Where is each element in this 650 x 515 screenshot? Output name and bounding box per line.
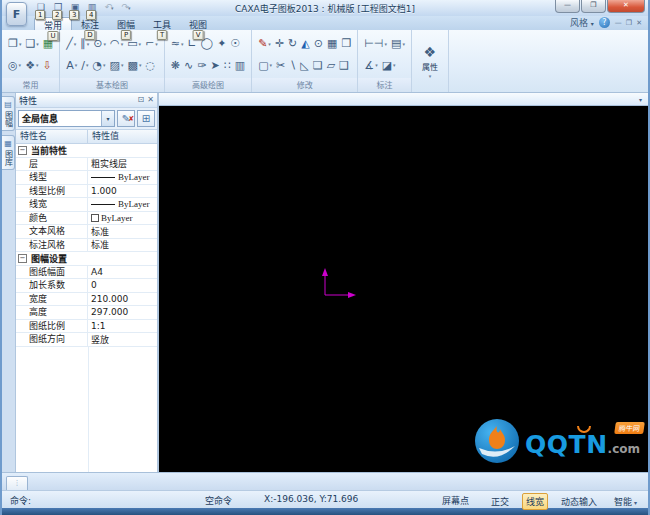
- drawing-canvas[interactable]: QQTN.com 腾牛网: [159, 106, 648, 472]
- property-value[interactable]: 297.000: [88, 307, 157, 317]
- fill-button[interactable]: ▩▾: [126, 56, 144, 74]
- block-button[interactable]: ❑: [337, 56, 351, 74]
- angle-dimension-button[interactable]: ∡▾: [362, 56, 379, 74]
- doc-close-button[interactable]: ✕: [636, 19, 642, 27]
- property-row[interactable]: 图纸比例1:1: [16, 320, 157, 334]
- property-row[interactable]: 文本风格标准: [16, 225, 157, 239]
- minimize-button[interactable]: —: [555, 0, 580, 13]
- tab-视图[interactable]: 视图V: [180, 17, 216, 30]
- command-line-tab[interactable]: ⋮: [6, 476, 28, 491]
- property-value[interactable]: 1:1: [88, 321, 157, 331]
- property-row[interactable]: 颜色ByLayer: [16, 212, 157, 226]
- property-value[interactable]: ByLayer: [88, 213, 157, 223]
- property-value[interactable]: ByLayer: [88, 199, 157, 209]
- property-row[interactable]: 高度297.000: [16, 306, 157, 320]
- style-dropdown[interactable]: 风格 ▾: [570, 16, 594, 29]
- pattern-button[interactable]: ∷: [222, 56, 233, 74]
- revolve-button[interactable]: ◔▾: [90, 56, 107, 74]
- doc-restore-button[interactable]: ❐: [626, 19, 632, 27]
- corner-button[interactable]: ❏: [311, 56, 325, 74]
- panel-autohide-icon[interactable]: ⊡: [138, 95, 145, 105]
- collapse-icon[interactable]: −: [18, 146, 27, 155]
- toggle-正交[interactable]: 正交: [487, 493, 513, 510]
- command-line-area[interactable]: ⋮: [2, 472, 648, 490]
- property-value[interactable]: 0: [88, 280, 157, 290]
- tab-图幅[interactable]: 图幅P: [108, 17, 144, 30]
- property-value[interactable]: 210.000: [88, 294, 157, 304]
- column-header-value[interactable]: 特性值: [88, 130, 157, 143]
- erase-button[interactable]: ✎▾: [256, 35, 273, 53]
- property-row[interactable]: 标注风格标准: [16, 239, 157, 253]
- scope-select[interactable]: 全局信息 ▾: [18, 110, 115, 127]
- stretch-button[interactable]: ▱: [325, 56, 337, 74]
- arrow-button[interactable]: ➤: [209, 56, 222, 74]
- toggle-智能[interactable]: 智能 ▾: [610, 493, 641, 510]
- property-value[interactable]: 1.000: [88, 186, 157, 196]
- property-row[interactable]: 线型ByLayer: [16, 171, 157, 185]
- library-button[interactable]: ❖▾: [23, 56, 40, 74]
- chamfer-button[interactable]: ◺: [298, 56, 310, 74]
- cylinder-button[interactable]: ▥: [233, 56, 247, 74]
- column-header-name[interactable]: 特性名: [16, 130, 88, 143]
- pick-edit-button[interactable]: ✎✘: [117, 110, 135, 127]
- line-button[interactable]: ╱▾: [64, 35, 78, 53]
- array-button[interactable]: ▦: [325, 35, 339, 53]
- point-button[interactable]: ☉: [228, 35, 242, 53]
- move-button[interactable]: ✛: [273, 35, 286, 53]
- property-value[interactable]: 标准: [88, 238, 157, 251]
- document-list-dropdown-icon[interactable]: ▾: [639, 96, 642, 103]
- property-value[interactable]: 竖放: [88, 333, 157, 346]
- property-row[interactable]: 线型比例1.000: [16, 185, 157, 199]
- center-line-button[interactable]: ∕▾: [79, 56, 90, 74]
- property-row[interactable]: 加长系数0: [16, 279, 157, 293]
- toggle-动态输入[interactable]: 动态输入: [557, 493, 601, 510]
- zoom-button[interactable]: ◎▾: [6, 56, 23, 74]
- image-dimension-button[interactable]: ▤▾: [389, 35, 407, 53]
- property-row[interactable]: 图纸幅面A4: [16, 266, 157, 280]
- sidebar-tab-图幅[interactable]: ▤图幅: [2, 96, 15, 131]
- paste-button[interactable]: ❐▾: [6, 35, 23, 53]
- property-row[interactable]: 图纸方向竖放: [16, 333, 157, 347]
- rotate-button[interactable]: ↻: [286, 35, 299, 53]
- doc-minimize-button[interactable]: —: [615, 19, 622, 27]
- wave-line-button[interactable]: ∿: [182, 56, 195, 74]
- spline-button[interactable]: ≈▾: [169, 35, 186, 53]
- hatch-button[interactable]: ▨▾: [108, 56, 126, 74]
- property-group-row[interactable]: −图幅设置: [16, 252, 157, 266]
- maximize-button[interactable]: ❐: [581, 0, 606, 13]
- collapse-icon[interactable]: −: [18, 254, 27, 263]
- property-value[interactable]: 粗实线层: [88, 157, 157, 170]
- extend-button[interactable]: ∖: [287, 56, 298, 74]
- edit-dimension-button[interactable]: ◪▾: [380, 56, 398, 74]
- property-group-row[interactable]: −当前特性: [16, 144, 157, 158]
- polygon-button[interactable]: ✦: [215, 35, 228, 53]
- close-button[interactable]: ✕: [607, 0, 645, 13]
- application-menu-button[interactable]: F: [6, 2, 27, 26]
- copy-button[interactable]: ❑▾: [23, 35, 40, 53]
- tab-工具[interactable]: 工具T: [144, 17, 180, 30]
- property-value[interactable]: ByLayer: [88, 172, 157, 182]
- gear-button[interactable]: ❋: [169, 56, 182, 74]
- property-row[interactable]: 线宽ByLayer: [16, 198, 157, 212]
- toggle-线宽[interactable]: 线宽: [522, 493, 548, 510]
- property-value[interactable]: A4: [88, 267, 157, 277]
- property-row[interactable]: 层粗实线层: [16, 158, 157, 172]
- mirror-button[interactable]: ◭: [299, 35, 311, 53]
- property-value[interactable]: 标准: [88, 225, 157, 238]
- point-capture-mode[interactable]: 屏幕点: [442, 494, 469, 507]
- property-row[interactable]: 宽度210.000: [16, 293, 157, 307]
- text-button[interactable]: A▾: [64, 56, 79, 74]
- stamp-button[interactable]: ❒: [339, 35, 353, 53]
- sidebar-tab-图库[interactable]: ▦图库: [2, 135, 15, 170]
- select-button[interactable]: ▢▾: [256, 56, 274, 74]
- dimension-button[interactable]: ⊢⊣▾: [362, 35, 389, 53]
- select-object-button[interactable]: ⊞: [137, 110, 155, 127]
- circular-array-button[interactable]: ⊙: [312, 35, 325, 53]
- cloud-line-button[interactable]: ◌: [143, 56, 157, 74]
- import-button[interactable]: ⇩: [41, 56, 54, 74]
- panel-close-icon[interactable]: ✕: [147, 95, 154, 105]
- properties-button[interactable]: ❖属性▾: [416, 31, 444, 92]
- sketch-button[interactable]: ✑: [195, 56, 208, 74]
- help-icon[interactable]: ?: [599, 17, 610, 28]
- trim-button[interactable]: ✂: [274, 56, 287, 74]
